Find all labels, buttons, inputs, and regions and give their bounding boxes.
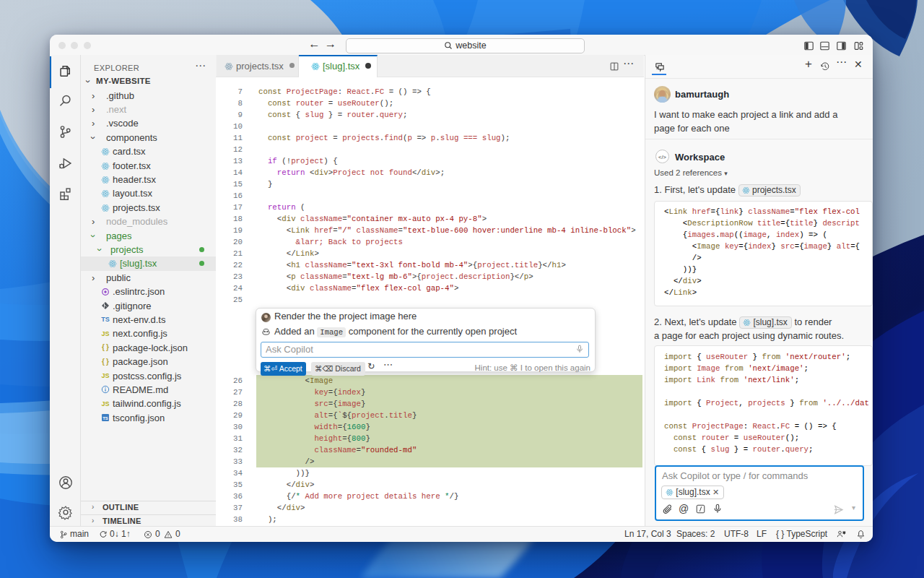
- svg-text:TS: TS: [103, 416, 108, 420]
- svg-text:</>: </>: [658, 154, 666, 160]
